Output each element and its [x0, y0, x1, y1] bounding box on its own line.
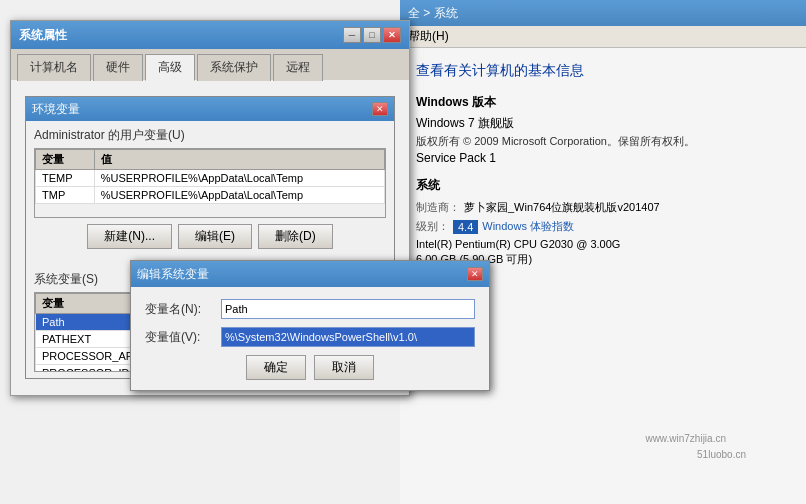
var-name-row: 变量名(N): [145, 299, 475, 319]
col-val-header: 值 [94, 150, 384, 170]
tab-remote[interactable]: 远程 [273, 54, 323, 81]
env-vars-titlebar: 环境变量 ✕ [26, 97, 394, 121]
user-var-tmp-val: %USERPROFILE%\AppData\Local\Temp [94, 187, 384, 204]
user-var-tmp-name: TMP [36, 187, 95, 204]
windows-version-label: Windows 版本 [416, 94, 790, 111]
user-vars-label: Administrator 的用户变量(U) [34, 127, 386, 144]
edit-sys-var-dialog: 编辑系统变量 ✕ 变量名(N): 变量值(V): 确定 取消 [130, 260, 490, 391]
tabs-bar: 计算机名 硬件 高级 系统保护 远程 [11, 49, 409, 80]
titlebar-buttons: ─ □ ✕ [343, 27, 401, 43]
user-vars-table: 变量 值 TEMP %USERPROFILE%\AppData\Local\Te… [35, 149, 385, 204]
sys-props-titlebar: 系统属性 ─ □ ✕ [11, 21, 409, 49]
bg-title: 查看有关计算机的基本信息 [416, 62, 790, 80]
rating-label: 级别： [416, 219, 449, 234]
service-pack: Service Pack 1 [416, 151, 790, 165]
manufacturer-label: 制造商： [416, 200, 460, 215]
edit-body: 变量名(N): 变量值(V): 确定 取消 [131, 287, 489, 390]
var-name-label: 变量名(N): [145, 301, 215, 318]
tab-hardware[interactable]: 硬件 [93, 54, 143, 81]
user-delete-button[interactable]: 删除(D) [258, 224, 333, 249]
edit-title: 编辑系统变量 [137, 266, 209, 283]
edit-close-button[interactable]: ✕ [467, 267, 483, 281]
bg-header: 全 > 系统 [400, 0, 806, 26]
env-vars-title: 环境变量 [32, 101, 80, 118]
edit-titlebar: 编辑系统变量 ✕ [131, 261, 489, 287]
tab-advanced[interactable]: 高级 [145, 54, 195, 81]
manufacturer-value: 萝卜家园_Win764位旗舰装机版v201407 [464, 200, 660, 215]
rating-text: Windows 体验指数 [482, 219, 574, 234]
sys-props-title: 系统属性 [19, 27, 67, 44]
copyright: 版权所有 © 2009 Microsoft Corporation。保留所有权利… [416, 134, 790, 149]
bg-header-text: 全 > 系统 [408, 5, 458, 22]
edit-buttons: 确定 取消 [145, 355, 475, 380]
close-button[interactable]: ✕ [383, 27, 401, 43]
rating-row: 级别： 4.4 Windows 体验指数 [416, 219, 790, 234]
user-var-row[interactable]: TEMP %USERPROFILE%\AppData\Local\Temp [36, 170, 385, 187]
col-var-header: 变量 [36, 150, 95, 170]
watermark2: 51luobo.cn [697, 449, 746, 460]
bg-menu-bar: 帮助(H) [400, 26, 806, 48]
var-val-input[interactable] [221, 327, 475, 347]
rating-value: 4.4 [453, 220, 478, 234]
var-name-input[interactable] [221, 299, 475, 319]
system-label: 系统 [416, 177, 790, 194]
tab-system-protection[interactable]: 系统保护 [197, 54, 271, 81]
user-var-temp-name: TEMP [36, 170, 95, 187]
env-close-button[interactable]: ✕ [372, 102, 388, 116]
user-vars-table-scroll[interactable]: 变量 值 TEMP %USERPROFILE%\AppData\Local\Te… [34, 148, 386, 218]
windows-version: Windows 7 旗舰版 [416, 115, 790, 132]
user-new-button[interactable]: 新建(N)... [87, 224, 172, 249]
tab-computer-name[interactable]: 计算机名 [17, 54, 91, 81]
user-vars-section: Administrator 的用户变量(U) 变量 值 TEMP [26, 121, 394, 261]
maximize-button[interactable]: □ [363, 27, 381, 43]
manufacturer-row: 制造商： 萝卜家园_Win764位旗舰装机版v201407 [416, 200, 790, 215]
bg-menu-text[interactable]: 帮助(H) [408, 28, 449, 45]
user-var-row[interactable]: TMP %USERPROFILE%\AppData\Local\Temp [36, 187, 385, 204]
watermark1: www.win7zhijia.cn [645, 433, 726, 444]
var-val-row: 变量值(V): [145, 327, 475, 347]
minimize-button[interactable]: ─ [343, 27, 361, 43]
user-var-temp-val: %USERPROFILE%\AppData\Local\Temp [94, 170, 384, 187]
cancel-button[interactable]: 取消 [314, 355, 374, 380]
user-vars-buttons: 新建(N)... 编辑(E) 删除(D) [34, 224, 386, 249]
var-val-label: 变量值(V): [145, 329, 215, 346]
user-edit-button[interactable]: 编辑(E) [178, 224, 252, 249]
processor-info: Intel(R) Pentium(R) CPU G2030 @ 3.00G [416, 238, 790, 250]
ok-button[interactable]: 确定 [246, 355, 306, 380]
